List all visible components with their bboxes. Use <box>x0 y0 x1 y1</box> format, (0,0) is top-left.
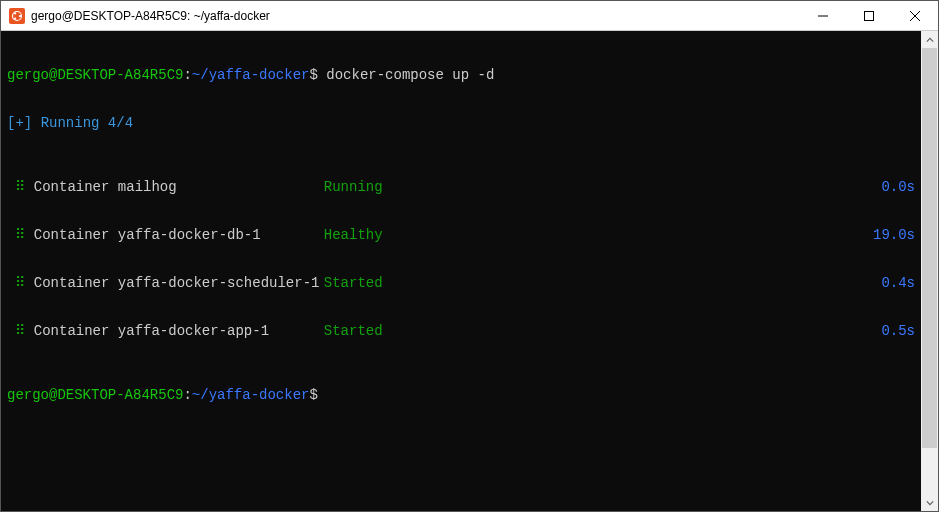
scroll-down-icon[interactable] <box>921 494 938 511</box>
close-button[interactable] <box>892 1 938 31</box>
check-icon: ⠿ <box>15 227 25 243</box>
svg-point-1 <box>19 14 21 16</box>
terminal-line: [+] Running 4/4 <box>7 115 915 131</box>
command-text: docker-compose up -d <box>326 67 494 83</box>
check-icon: ⠿ <box>15 179 25 195</box>
check-icon: ⠿ <box>15 323 25 339</box>
prompt-sep: : <box>183 387 191 403</box>
container-status: Started <box>324 323 394 339</box>
svg-point-2 <box>14 12 16 14</box>
container-status: Started <box>324 275 394 291</box>
container-status: Healthy <box>324 227 394 243</box>
prompt-userhost: gergo@DESKTOP-A84R5C9 <box>7 67 183 83</box>
scroll-up-icon[interactable] <box>921 31 938 48</box>
scrollbar[interactable] <box>921 31 938 511</box>
container-row: ⠿ Container mailhogRunning 0.0s <box>7 179 915 195</box>
maximize-button[interactable] <box>846 1 892 31</box>
container-status: Running <box>324 179 394 195</box>
prompt-path: ~/yaffa-docker <box>192 387 310 403</box>
prompt-userhost: gergo@DESKTOP-A84R5C9 <box>7 387 183 403</box>
svg-rect-5 <box>865 11 874 20</box>
container-name: Container mailhog <box>34 179 324 195</box>
container-time: 0.5s <box>881 323 915 339</box>
container-time: 0.4s <box>881 275 915 291</box>
scrollbar-thumb[interactable] <box>922 48 937 448</box>
running-count: 4/4 <box>108 115 133 131</box>
container-row: ⠿ Container yaffa-docker-db-1Healthy 19.… <box>7 227 915 243</box>
running-prefix: [+] <box>7 115 32 131</box>
container-name: Container yaffa-docker-scheduler-1 <box>34 275 324 291</box>
terminal-line: gergo@DESKTOP-A84R5C9:~/yaffa-docker$ <box>7 387 915 403</box>
container-row: ⠿ Container yaffa-docker-app-1Started 0.… <box>7 323 915 339</box>
container-time: 0.0s <box>881 179 915 195</box>
prompt-sign: $ <box>309 67 317 83</box>
container-name: Container yaffa-docker-db-1 <box>34 227 324 243</box>
ubuntu-icon <box>9 8 25 24</box>
prompt-path: ~/yaffa-docker <box>192 67 310 83</box>
window-titlebar: gergo@DESKTOP-A84R5C9: ~/yaffa-docker <box>1 1 938 31</box>
terminal-line: gergo@DESKTOP-A84R5C9:~/yaffa-docker$ do… <box>7 67 915 83</box>
window-title: gergo@DESKTOP-A84R5C9: ~/yaffa-docker <box>31 9 800 23</box>
container-name: Container yaffa-docker-app-1 <box>34 323 324 339</box>
prompt-sep: : <box>183 67 191 83</box>
container-time: 19.0s <box>873 227 915 243</box>
running-label: Running <box>41 115 100 131</box>
container-row: ⠿ Container yaffa-docker-scheduler-1Star… <box>7 275 915 291</box>
svg-point-3 <box>14 17 16 19</box>
prompt-sign: $ <box>309 387 317 403</box>
check-icon: ⠿ <box>15 275 25 291</box>
minimize-button[interactable] <box>800 1 846 31</box>
terminal[interactable]: gergo@DESKTOP-A84R5C9:~/yaffa-docker$ do… <box>1 31 921 511</box>
